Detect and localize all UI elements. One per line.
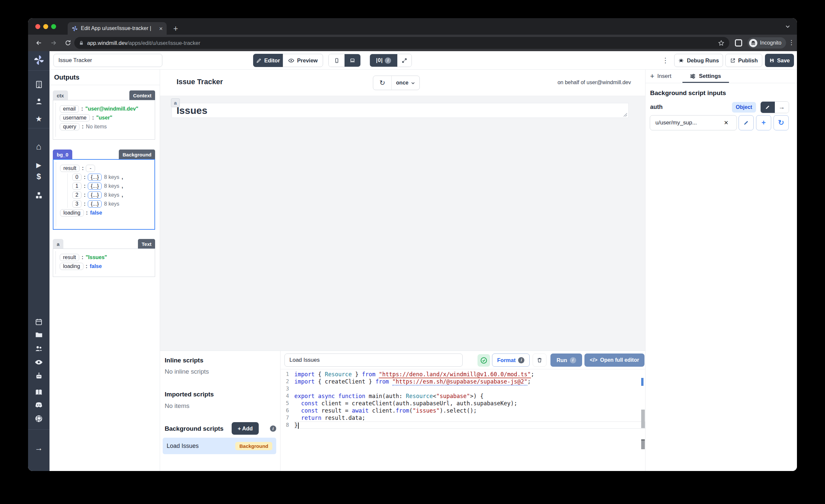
bg0-output-card[interactable]: result: - 0: {...} 8 keys, 1: {...} 8 ke…: [53, 159, 155, 230]
sidebar-item-discord[interactable]: [28, 401, 50, 409]
publish-button[interactable]: Publish: [725, 54, 762, 67]
bg0-tag[interactable]: bg_0: [53, 149, 72, 159]
collapse-toggle[interactable]: -: [86, 165, 95, 172]
ctx-tag[interactable]: ctx: [53, 90, 68, 100]
add-resource-button[interactable]: +: [756, 115, 771, 130]
building-icon: [34, 80, 43, 89]
sidebar-item-home[interactable]: ⌂: [28, 142, 50, 151]
side-panel-icon[interactable]: [735, 39, 742, 47]
sidebar-item-groups[interactable]: [28, 344, 50, 353]
inline-scripts-title: Inline scripts: [165, 357, 203, 364]
sidebar-item-workers[interactable]: [28, 372, 50, 380]
component-id-tag[interactable]: a: [171, 98, 180, 107]
clear-resource-icon[interactable]: ×: [724, 119, 728, 127]
folder-icon: [34, 331, 43, 339]
text-component[interactable]: Issues: [172, 103, 629, 118]
external-link-icon: [730, 58, 736, 63]
code-line: 7 return result.data;: [281, 414, 645, 422]
component-text: Issues: [176, 103, 207, 118]
run-button[interactable]: Run i: [550, 354, 582, 367]
scripts-list-column: Inline scripts No inline scripts Importe…: [160, 351, 281, 471]
background-badge: Background: [119, 149, 155, 159]
forward-icon[interactable]: [50, 39, 57, 47]
sidebar-item-user[interactable]: [28, 97, 50, 105]
reload-icon[interactable]: [64, 39, 72, 47]
sidebar-item-audit-logs[interactable]: [28, 358, 50, 367]
browser-toolbar: app.windmill.dev/apps/edit/u/user/issue-…: [28, 34, 797, 51]
on-behalf-text: on behalf of user@windmill.dev: [557, 80, 631, 85]
object-expand-pill[interactable]: {...}: [88, 200, 102, 208]
output-row: result: -: [60, 165, 150, 172]
debug-runs-button[interactable]: Debug Runs: [674, 54, 723, 67]
browser-menu-icon[interactable]: ⋮: [789, 39, 795, 46]
settings-panel: + Insert Settings Background script inpu…: [645, 70, 797, 471]
type-badge: Object: [732, 102, 756, 113]
sidebar-item-folders[interactable]: [28, 331, 50, 339]
edit-resource-button[interactable]: [739, 115, 754, 130]
tab-settings[interactable]: Settings: [689, 72, 721, 81]
sidebar-item-schedules[interactable]: [28, 318, 50, 326]
sidebar-item-resources[interactable]: [28, 191, 50, 200]
pencil-icon: [765, 104, 770, 110]
mobile-view-button[interactable]: [329, 54, 345, 67]
static-mode-button[interactable]: [761, 102, 775, 113]
canvas-header: Issue Tracker ↻ once on behalf of user@w…: [160, 70, 645, 96]
save-button[interactable]: Save: [765, 54, 794, 67]
code-editor[interactable]: 1import { Resource } from "https://deno.…: [281, 371, 645, 429]
ctx-output-card[interactable]: email: "user@windmill.dev" username: "us…: [53, 100, 155, 140]
address-bar[interactable]: app.windmill.dev/apps/edit/u/user/issue-…: [74, 37, 729, 49]
app-canvas[interactable]: a Issues: [160, 96, 645, 351]
sidebar-item-docs[interactable]: [28, 388, 50, 397]
open-full-editor-button[interactable]: </> Open full editor: [584, 354, 645, 367]
object-expand-pill[interactable]: {...}: [88, 183, 102, 190]
code-line-current: 8}: [281, 422, 645, 429]
tab-insert[interactable]: + Insert: [650, 72, 671, 81]
bookmark-star-icon[interactable]: [718, 40, 725, 47]
delete-script-button[interactable]: [533, 354, 546, 367]
background-script-item[interactable]: Load Issues Background: [163, 438, 276, 454]
tab-search-chevron-icon[interactable]: [785, 24, 791, 29]
app-name-input[interactable]: [54, 54, 162, 67]
object-expand-pill[interactable]: {...}: [88, 192, 102, 199]
eye-icon: [34, 358, 43, 367]
save-icon: [769, 58, 774, 63]
back-icon[interactable]: [35, 39, 43, 47]
app-menu-icon[interactable]: ⋮: [662, 57, 669, 64]
preview-tab-button[interactable]: Preview: [283, 54, 323, 67]
new-tab-button[interactable]: +: [173, 22, 178, 34]
format-button[interactable]: Format i: [492, 354, 530, 367]
a-output-card[interactable]: result: "Issues" loading: false: [53, 248, 155, 277]
schedule-dropdown[interactable]: once: [392, 76, 420, 90]
a-tag[interactable]: a: [53, 239, 63, 249]
refresh-resource-button[interactable]: ↻: [773, 115, 789, 130]
refresh-button[interactable]: ↻: [373, 76, 392, 90]
connect-mode-button[interactable]: →: [775, 102, 789, 113]
output-row: username: "user": [60, 114, 151, 122]
resize-handle-icon[interactable]: [623, 113, 627, 117]
sidebar-item-favorites[interactable]: ★: [28, 114, 50, 124]
object-expand-pill[interactable]: {...}: [88, 173, 102, 181]
input-mode-toggle: →: [760, 101, 789, 113]
sidebar-expand-button[interactable]: →: [28, 443, 50, 452]
sidebar-item-github[interactable]: [28, 414, 50, 423]
play-icon: ▶: [36, 161, 41, 169]
script-name-input[interactable]: [285, 354, 463, 367]
desktop-view-button[interactable]: [345, 54, 360, 67]
windmill-logo-icon[interactable]: [28, 55, 50, 66]
expand-icon: [401, 58, 407, 63]
fullscreen-button[interactable]: [397, 54, 411, 67]
toggle-outputs-button[interactable]: |0| i: [370, 54, 397, 67]
sidebar-item-variables[interactable]: $: [28, 172, 50, 181]
sidebar-item-runs[interactable]: ▶: [28, 160, 50, 170]
output-row: 0: {...} 8 keys,: [72, 173, 150, 181]
minimize-window-button[interactable]: [43, 24, 48, 29]
maximize-window-button[interactable]: [51, 24, 56, 29]
add-background-script-button[interactable]: + Add: [232, 422, 259, 435]
sidebar-item-workspace[interactable]: [28, 80, 50, 89]
scrollbar-thumb[interactable]: [641, 410, 645, 428]
tab-close-icon[interactable]: ×: [159, 25, 163, 32]
star-icon: ★: [35, 115, 42, 123]
editor-tab-button[interactable]: Editor: [253, 54, 283, 67]
browser-tab[interactable]: Edit App u/user/issue-tracker | ×: [68, 22, 167, 34]
close-window-button[interactable]: [35, 24, 40, 29]
